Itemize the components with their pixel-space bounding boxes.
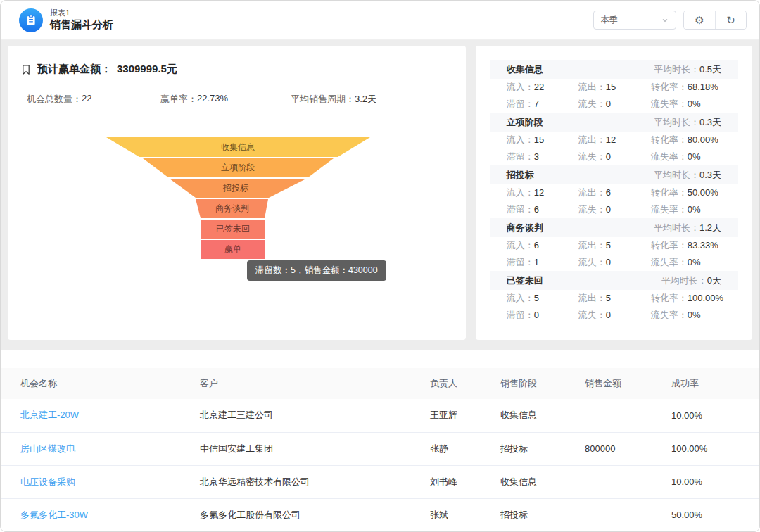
stage-header: 收集信息 平均时长：0.5天 bbox=[490, 60, 738, 79]
stat-label: 机会总数量： bbox=[27, 93, 82, 106]
metric-row: 流入：12 流出：6 转化率：50.00% bbox=[490, 184, 738, 201]
col-customer: 客户 bbox=[180, 368, 410, 399]
col-sales-amount: 销售金额 bbox=[565, 368, 652, 399]
report-label: 报表1 bbox=[50, 8, 113, 18]
metric-row: 滞留：0 流失：0 流失率：0% bbox=[490, 307, 738, 324]
bookmark-icon bbox=[20, 64, 32, 75]
amount-cell bbox=[565, 465, 652, 498]
dashboard-page: 报表1 销售漏斗分析 本季 ⚙ ↻ 预计赢单金额： bbox=[0, 0, 760, 532]
stage-block-5: 已签未回 平均时长：0天 流入：5 流出：5 转化率：100.00% 滞留：0 … bbox=[490, 271, 738, 324]
opportunity-link[interactable]: 房山区煤改电 bbox=[1, 432, 180, 465]
customer-cell: 北京华远精密技术有限公司 bbox=[180, 465, 410, 498]
stage-duration: 平均时长：0.5天 bbox=[654, 63, 721, 76]
table-row: 房山区煤改电 中信国安建工集团 张静 招投标 800000 100.00% bbox=[1, 432, 759, 465]
table-row: 电压设备采购 北京华远精密技术有限公司 刘书峰 收集信息 10.00% bbox=[1, 465, 759, 498]
funnel-label-6: 赢单 bbox=[224, 244, 241, 254]
stat-win-rate: 赢单率： 22.73% bbox=[160, 93, 291, 106]
refresh-icon: ↻ bbox=[726, 14, 735, 27]
stage-name: 商务谈判 bbox=[507, 222, 543, 234]
stage-duration: 平均时长：0.3天 bbox=[654, 169, 721, 182]
period-select-value: 本季 bbox=[601, 14, 618, 26]
stage-header: 立项阶段 平均时长：0.3天 bbox=[490, 113, 738, 132]
stat-label: 平均销售周期： bbox=[291, 93, 355, 106]
clipboard-icon bbox=[25, 14, 37, 27]
table-row: 多氟多化工-30W 多氟多化工股份有限公司 张斌 招投标 50.00% bbox=[1, 498, 759, 531]
success-rate-cell: 10.00% bbox=[652, 399, 759, 432]
stat-label: 赢单率： bbox=[160, 93, 197, 106]
amount-cell bbox=[565, 498, 652, 531]
stat-value: 22 bbox=[82, 93, 91, 106]
metric-row: 滞留：1 流失：0 流失率：0% bbox=[490, 254, 738, 271]
table-row: 北京建工-20W 北京建工三建公司 王亚辉 收集信息 10.00% bbox=[1, 399, 759, 432]
stage-block-1: 收集信息 平均时长：0.5天 流入：22 流出：15 转化率：68.18% 滞留… bbox=[490, 60, 738, 113]
success-rate-cell: 10.00% bbox=[652, 465, 759, 498]
success-rate-cell: 100.00% bbox=[652, 432, 759, 465]
stat-avg-cycle: 平均销售周期： 3.2天 bbox=[291, 93, 376, 106]
stat-value: 3.2天 bbox=[355, 93, 376, 106]
amount-cell: 800000 bbox=[565, 432, 652, 465]
metric-row: 流入：15 流出：12 转化率：80.00% bbox=[490, 132, 738, 148]
stage-cell: 收集信息 bbox=[481, 465, 565, 498]
owner-cell: 张斌 bbox=[410, 498, 481, 531]
stage-cell: 招投标 bbox=[481, 432, 565, 465]
metric-row: 滞留：6 流失：0 流失率：0% bbox=[490, 201, 738, 218]
stage-name: 立项阶段 bbox=[507, 116, 543, 129]
chevron-down-icon bbox=[661, 17, 669, 24]
owner-cell: 王亚辉 bbox=[410, 399, 481, 432]
stage-cell: 招投标 bbox=[481, 498, 565, 531]
stage-block-2: 立项阶段 平均时长：0.3天 流入：15 流出：12 转化率：80.00% 滞留… bbox=[490, 113, 738, 165]
stage-block-4: 商务谈判 平均时长：1.2天 流入：6 流出：5 转化率：83.33% 滞留：1… bbox=[490, 218, 738, 271]
stage-name: 收集信息 bbox=[507, 63, 543, 76]
stat-value: 22.73% bbox=[197, 93, 228, 106]
period-select[interactable]: 本季 bbox=[593, 11, 676, 30]
opportunity-link[interactable]: 北京建工-20W bbox=[1, 399, 180, 432]
amount-cell bbox=[565, 399, 652, 432]
owner-cell: 张静 bbox=[410, 432, 481, 465]
funnel-label-5: 已签未回 bbox=[216, 224, 250, 234]
page-title: 销售漏斗分析 bbox=[50, 18, 113, 32]
col-opportunity-name: 机会名称 bbox=[1, 368, 180, 399]
opportunity-table-section: 机会名称 客户 负责人 销售阶段 销售金额 成功率 北京建工-20W 北京建工三… bbox=[1, 350, 759, 532]
funnel-label-1: 收集信息 bbox=[221, 142, 255, 152]
stage-duration: 平均时长：0.3天 bbox=[654, 116, 721, 129]
stage-header: 商务谈判 平均时长：1.2天 bbox=[490, 218, 738, 237]
stage-name: 招投标 bbox=[507, 169, 534, 182]
customer-cell: 多氟多化工股份有限公司 bbox=[180, 498, 410, 531]
stage-header: 招投标 平均时长：0.3天 bbox=[490, 165, 738, 184]
metric-row: 滞留：3 流失：0 流失率：0% bbox=[490, 148, 738, 165]
success-rate-cell: 50.00% bbox=[652, 498, 759, 531]
stage-block-3: 招投标 平均时长：0.3天 流入：12 流出：6 转化率：50.00% 滞留：6… bbox=[490, 165, 738, 218]
funnel-chart: 收集信息 立项阶段 招投标 商务谈判 已签未回 赢单 bbox=[8, 123, 467, 313]
header-controls: 本季 ⚙ ↻ bbox=[593, 11, 747, 30]
table-header-row: 机会名称 客户 负责人 销售阶段 销售金额 成功率 bbox=[1, 368, 759, 399]
refresh-button[interactable]: ↻ bbox=[715, 11, 746, 29]
opportunity-link[interactable]: 电压设备采购 bbox=[1, 465, 180, 498]
content-area: 预计赢单金额： 3309999.5元 机会总数量： 22 赢单率： 22.73%… bbox=[1, 40, 759, 340]
app-header: 报表1 销售漏斗分析 本季 ⚙ ↻ bbox=[1, 1, 759, 40]
stat-total-opportunities: 机会总数量： 22 bbox=[27, 93, 160, 106]
col-success-rate: 成功率 bbox=[652, 368, 759, 399]
funnel-label-3: 招投标 bbox=[222, 183, 249, 193]
summary-stats-row: 机会总数量： 22 赢单率： 22.73% 平均销售周期： 3.2天 bbox=[8, 93, 466, 106]
funnel-summary-card: 预计赢单金额： 3309999.5元 机会总数量： 22 赢单率： 22.73%… bbox=[8, 46, 466, 340]
header-titles: 报表1 销售漏斗分析 bbox=[50, 8, 113, 32]
stage-details-panel: 收集信息 平均时长：0.5天 流入：22 流出：15 转化率：68.18% 滞留… bbox=[476, 46, 752, 340]
metric-row: 流入：6 流出：5 转化率：83.33% bbox=[490, 237, 738, 254]
report-logo bbox=[19, 8, 43, 32]
expected-amount-value: 3309999.5元 bbox=[117, 63, 177, 76]
col-sales-stage: 销售阶段 bbox=[481, 368, 565, 399]
opportunity-table: 机会名称 客户 负责人 销售阶段 销售金额 成功率 北京建工-20W 北京建工三… bbox=[1, 368, 759, 531]
funnel-label-2: 立项阶段 bbox=[221, 163, 255, 172]
expected-amount-row: 预计赢单金额： 3309999.5元 bbox=[8, 46, 466, 76]
owner-cell: 刘书峰 bbox=[410, 465, 481, 498]
settings-button[interactable]: ⚙ bbox=[684, 11, 715, 29]
stage-duration: 平均时长：0天 bbox=[661, 274, 721, 287]
col-owner: 负责人 bbox=[410, 368, 481, 399]
funnel-label-4: 商务谈判 bbox=[215, 203, 249, 213]
expected-amount-label: 预计赢单金额： bbox=[37, 63, 111, 76]
customer-cell: 中信国安建工集团 bbox=[180, 432, 410, 465]
metric-row: 流入：5 流出：5 转化率：100.00% bbox=[490, 290, 738, 307]
metric-row: 流入：22 流出：15 转化率：68.18% bbox=[490, 79, 738, 96]
header-button-group: ⚙ ↻ bbox=[683, 11, 747, 30]
opportunity-link[interactable]: 多氟多化工-30W bbox=[1, 498, 180, 531]
